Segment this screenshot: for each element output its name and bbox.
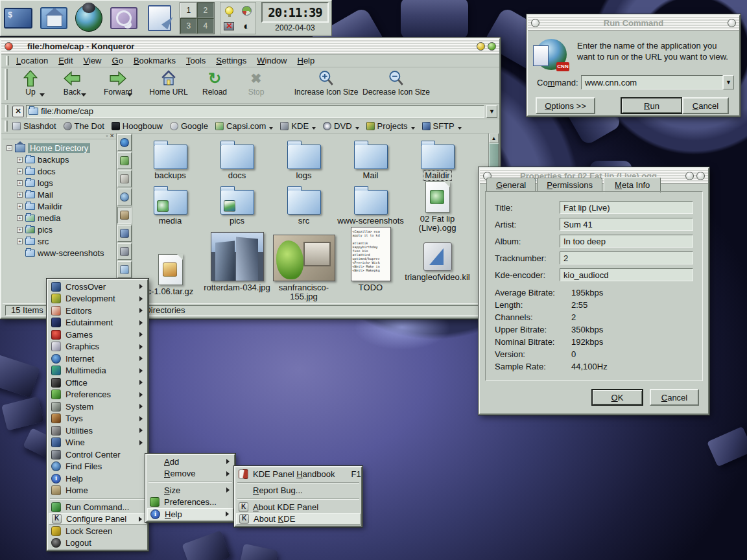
- collapse-expander[interactable]: −: [6, 145, 12, 151]
- suse-tray-icon[interactable]: [238, 3, 255, 18]
- increase-icon-size-button[interactable]: Increase Icon Size: [291, 69, 361, 102]
- toolbar-handle[interactable]: [5, 69, 8, 100]
- expand-expander[interactable]: +: [17, 204, 23, 209]
- kmenu-games[interactable]: Games: [49, 329, 147, 341]
- toolbar-handle[interactable]: [5, 121, 8, 132]
- menu-settings[interactable]: Settings: [211, 55, 252, 66]
- bookmark-slashdot[interactable]: Slashdot: [10, 121, 61, 132]
- forward-dropdown-arrow[interactable]: [127, 93, 132, 97]
- menu-tools[interactable]: Tools: [181, 55, 211, 66]
- menu-view[interactable]: View: [78, 55, 107, 66]
- options-button[interactable]: Options >>: [536, 97, 595, 114]
- location-input[interactable]: file:/home/cap: [26, 105, 484, 118]
- bookmark-sftp[interactable]: SFTP: [420, 121, 466, 132]
- network-disconnected-tray-icon[interactable]: [220, 18, 238, 34]
- kmenu-office[interactable]: Office: [49, 377, 147, 389]
- toolbar-handle[interactable]: [5, 105, 8, 117]
- tab-meta-info[interactable]: Meta Info: [604, 177, 661, 192]
- menu-location[interactable]: Location: [11, 55, 53, 66]
- bookmark-projects[interactable]: Projects: [364, 121, 420, 132]
- web-browser-launcher-icon[interactable]: [74, 3, 104, 34]
- expand-expander[interactable]: +: [17, 192, 23, 198]
- back-button[interactable]: Back: [51, 69, 93, 102]
- kmenu-wine[interactable]: Wine: [49, 437, 147, 449]
- maximize-button[interactable]: [685, 172, 694, 180]
- cancel-button[interactable]: Cancel: [682, 97, 729, 114]
- file-backups[interactable]: backups: [137, 140, 204, 180]
- menu-window[interactable]: Window: [252, 55, 292, 66]
- window-menu-button[interactable]: [5, 42, 13, 51]
- kmenu-find-files[interactable]: Find Files: [49, 461, 147, 473]
- kmenu-help[interactable]: Help: [49, 472, 147, 485]
- sidebar-tab-home[interactable]: [117, 207, 132, 224]
- panel-remove[interactable]: Remove: [147, 468, 233, 480]
- menu-bookmarks[interactable]: Bookmarks: [128, 55, 181, 66]
- file-rotterdam-jpg[interactable]: rotterdam-034.jpg: [204, 232, 270, 292]
- file-docs[interactable]: docs: [204, 140, 270, 180]
- reload-button[interactable]: ↻ Reload: [194, 69, 235, 102]
- tree-item-maildir[interactable]: +Maildir: [3, 200, 116, 212]
- title-input[interactable]: Fat lip (Live): [560, 201, 693, 214]
- file-mail[interactable]: Mail: [337, 140, 404, 180]
- tree-item-docs[interactable]: +docs: [3, 165, 116, 177]
- menu-edit[interactable]: Edit: [53, 55, 78, 66]
- bookmark-hoogbouw[interactable]: Hoogbouw: [109, 121, 167, 132]
- cancel-button[interactable]: Cancel: [650, 389, 699, 406]
- kmenu-run-command[interactable]: Run Command...: [49, 501, 147, 513]
- kmenu-home[interactable]: Home: [49, 485, 147, 497]
- tree-item-pics[interactable]: +pics: [3, 224, 116, 235]
- kmenu-control-center[interactable]: Control Center: [49, 449, 147, 461]
- file-sanfrancisco-jpg[interactable]: sanfrancisco-155.jpg: [270, 235, 337, 301]
- forward-button[interactable]: Forward: [93, 69, 143, 102]
- pager-desktop-2[interactable]: 2: [197, 3, 214, 18]
- file-www-screenshots[interactable]: www-screenshots: [337, 185, 404, 226]
- help-kde-panel-handbook[interactable]: KDE Panel HandbookF1: [236, 468, 361, 480]
- command-dropdown-button[interactable]: ▼: [723, 75, 734, 89]
- tree-item-src[interactable]: +src: [3, 235, 116, 247]
- file-todo[interactable]: <Capzilla> exa apply it to kd atlantik k…: [337, 227, 404, 292]
- toolbar-handle[interactable]: [6, 56, 9, 65]
- pager-desktop-4[interactable]: 4: [197, 18, 214, 34]
- kmenu-toys[interactable]: Toys: [49, 413, 147, 425]
- help-report-bug[interactable]: Report Bug...: [236, 485, 361, 497]
- kmenu-system[interactable]: System: [49, 401, 147, 413]
- close-button[interactable]: [488, 42, 496, 51]
- tree-item-www-screenshots[interactable]: www-screenshots: [3, 247, 116, 259]
- clear-location-icon[interactable]: ✕: [12, 106, 24, 117]
- menu-help[interactable]: Help: [292, 55, 320, 66]
- artist-input[interactable]: Sum 41: [560, 218, 693, 231]
- help-about-kde[interactable]: About KDE: [236, 513, 361, 526]
- panel-preferences[interactable]: Preferences...: [147, 496, 233, 509]
- notes-launcher-icon[interactable]: [144, 3, 174, 34]
- panel-help[interactable]: Help: [147, 508, 233, 520]
- expand-expander[interactable]: +: [17, 239, 23, 244]
- scroll-up-button[interactable]: ▲: [489, 134, 499, 143]
- bookmark-kde[interactable]: KDE: [278, 121, 320, 132]
- bookmark-capsi[interactable]: Capsi.com: [213, 121, 278, 132]
- expand-expander[interactable]: +: [17, 180, 23, 186]
- sidebar-tab-devices[interactable]: [117, 152, 132, 169]
- window-menu-button[interactable]: [531, 19, 540, 27]
- up-button[interactable]: Up: [10, 69, 51, 102]
- bookmark-google[interactable]: Google: [167, 121, 213, 132]
- konqueror-titlebar[interactable]: file:/home/cap - Konqueror: [1, 39, 499, 54]
- dock-float-icon[interactable]: ▫: [106, 134, 108, 139]
- maximize-button[interactable]: [477, 42, 485, 51]
- menu-go[interactable]: Go: [107, 55, 128, 66]
- command-combobox[interactable]: www.cnn.com ▼: [581, 75, 734, 89]
- kmenu-lock-screen[interactable]: Lock Screen: [49, 525, 147, 537]
- kde-encoder-input[interactable]: kio_audiocd: [560, 268, 693, 281]
- klipper-tray-icon[interactable]: ◐: [238, 18, 255, 34]
- kmenu-crossover[interactable]: CrossOver: [49, 281, 147, 293]
- home-folder-launcher-icon[interactable]: [38, 3, 68, 34]
- ok-button[interactable]: OK: [591, 389, 643, 406]
- run-button[interactable]: Run: [621, 97, 683, 114]
- kmenu-development[interactable]: Development: [49, 293, 147, 305]
- expand-expander[interactable]: +: [17, 215, 23, 221]
- kmenu-internet[interactable]: Internet: [49, 353, 147, 365]
- file-icon-view[interactable]: backups docs logs Mail Maildir media pic…: [132, 134, 498, 303]
- bookmark-dvd[interactable]: DVD: [320, 121, 363, 132]
- back-dropdown-arrow[interactable]: [81, 93, 86, 97]
- expand-expander[interactable]: +: [17, 169, 23, 174]
- kmenu-graphics[interactable]: Graphics: [49, 341, 147, 353]
